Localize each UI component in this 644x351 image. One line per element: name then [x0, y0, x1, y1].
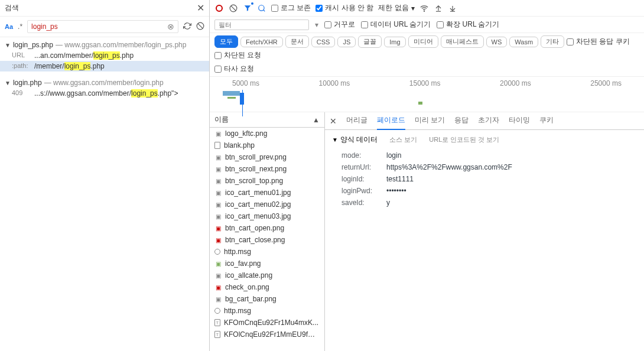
type-filter-button[interactable]: Fetch/XHR: [240, 37, 283, 47]
details-tab[interactable]: 페이로드: [377, 112, 405, 130]
close-details-icon[interactable]: ✕: [330, 116, 337, 126]
network-toolbar: 로그 보존 캐시 사용 안 함 제한 없음▾: [210, 0, 644, 17]
result-line[interactable]: :path:/member/login_ps.php: [0, 61, 209, 72]
details-tab[interactable]: 쿠키: [539, 112, 554, 130]
type-filter-button[interactable]: CSS: [311, 37, 336, 47]
type-filter-button[interactable]: JS: [337, 37, 356, 47]
file-item[interactable]: ▣btn_cart_close.png: [210, 234, 324, 246]
file-item[interactable]: ▣ico_allcate.png: [210, 269, 324, 281]
file-item[interactable]: ▣bg_cart_bar.png: [210, 293, 324, 305]
type-filter-button[interactable]: 매니페스트: [441, 35, 484, 48]
details-tab[interactable]: 미리 보기: [415, 112, 445, 130]
type-filter-button[interactable]: 글꼴: [358, 35, 382, 48]
third-party-checkbox[interactable]: 타사 요청: [214, 64, 254, 74]
view-encoded-link[interactable]: URL로 인코드된 것 보기: [429, 135, 499, 144]
timeline[interactable]: 5000 ms10000 ms15000 ms20000 ms25000 ms: [210, 77, 644, 112]
reverse-checkbox[interactable]: 거꾸로: [324, 20, 355, 30]
file-item[interactable]: TKFOlCnqEu92Fr1MmEU9fBB...: [210, 329, 324, 340]
filter-input[interactable]: [214, 20, 309, 30]
file-item[interactable]: ▣ico_fav.png: [210, 258, 324, 269]
filter-icon[interactable]: [243, 4, 252, 13]
result-group: ▼login_ps.php — www.ggsan.com/member/log…: [0, 40, 209, 72]
image-icon: ▣: [214, 165, 222, 173]
file-item[interactable]: blank.php: [210, 139, 324, 151]
refresh-icon[interactable]: [183, 22, 191, 32]
svg-point-4: [259, 5, 264, 10]
search-header: 검색 ✕: [0, 0, 209, 17]
content-area: 이름 ▲ ▣logo_kftc.pngblank.php▣btn_scroll_…: [210, 112, 644, 351]
file-items: ▣logo_kftc.pngblank.php▣btn_scroll_prev.…: [210, 128, 324, 351]
file-item[interactable]: http.msg: [210, 246, 324, 258]
expand-icon[interactable]: ▼: [5, 80, 11, 86]
result-line[interactable]: 409...s://www.ggsan.com/member/login_ps.…: [0, 88, 209, 99]
payload-row: saveId:y: [332, 197, 637, 209]
file-item[interactable]: ▣btn_scroll_next.png: [210, 163, 324, 175]
blocked-requests-checkbox[interactable]: 차단된 요청: [214, 50, 261, 60]
result-header[interactable]: ▼login_ps.php — www.ggsan.com/member/log…: [0, 40, 209, 50]
payload-row: loginId:test1111: [332, 173, 637, 185]
type-filter-button[interactable]: Img: [384, 37, 405, 47]
throttle-select[interactable]: 제한 없음▾: [378, 3, 414, 13]
details-tab[interactable]: 초기자: [478, 112, 499, 130]
file-item[interactable]: http.msg: [210, 305, 324, 317]
details-tab[interactable]: 머리글: [346, 112, 367, 130]
download-icon[interactable]: [448, 4, 457, 13]
type-filter-button[interactable]: 모두: [214, 35, 238, 48]
timeline-tick: 5000 ms: [232, 79, 259, 87]
image-icon: ▣: [214, 201, 222, 208]
file-item[interactable]: ▣btn_cart_open.png: [210, 222, 324, 234]
image-icon: ▣: [214, 284, 222, 291]
network-panel: 로그 보존 캐시 사용 안 함 제한 없음▾ ▾ 거꾸로 데이터 URL 숨기기…: [210, 0, 644, 351]
type-filter-button[interactable]: 미디어: [408, 35, 438, 48]
clear-icon[interactable]: [229, 4, 238, 13]
generic-icon: [214, 308, 220, 314]
file-item[interactable]: ▣ico_cart_menu03.jpg: [210, 210, 324, 222]
form-data-section[interactable]: ▼ 양식 데이터: [332, 135, 378, 145]
wifi-icon[interactable]: [419, 4, 429, 13]
details-panel: ✕ 머리글페이로드미리 보기응답초기자타이밍쿠키 ▼ 양식 데이터 소스 보기 …: [325, 112, 644, 351]
search-close-icon[interactable]: ✕: [197, 2, 204, 14]
details-tab[interactable]: 타이밍: [509, 112, 530, 130]
view-source-link[interactable]: 소스 보기: [389, 135, 417, 144]
hide-ext-url-checkbox[interactable]: 확장 URL 숨기기: [437, 20, 499, 30]
file-item[interactable]: ▣ico_cart_menu02.jpg: [210, 199, 324, 210]
regex-toggle[interactable]: .*: [18, 22, 22, 31]
svg-line-3: [231, 5, 236, 10]
type-filter-button[interactable]: 기타: [541, 35, 564, 48]
hide-data-url-checkbox[interactable]: 데이터 URL 숨기기: [361, 20, 431, 30]
clear-search-icon[interactable]: ⊗: [167, 22, 174, 31]
result-header[interactable]: ▼login.php — www.ggsan.com/member/login.…: [0, 77, 209, 88]
disable-cache-checkbox[interactable]: 캐시 사용 안 함: [316, 3, 373, 13]
blocked-response-cookies-checkbox[interactable]: 차단된 응답 쿠키: [567, 37, 630, 47]
upload-icon[interactable]: [434, 4, 443, 13]
file-item[interactable]: ▣check_on.png: [210, 281, 324, 293]
file-item[interactable]: ▣btn_scroll_top.png: [210, 175, 324, 187]
type-filter-button[interactable]: WS: [486, 37, 508, 47]
file-list-header[interactable]: 이름 ▲: [210, 112, 324, 128]
search-bar: Aa .* ⊗: [0, 17, 209, 37]
file-item[interactable]: TKFOmCnqEu92Fr1Mu4mxK...: [210, 317, 324, 329]
details-tab[interactable]: 응답: [454, 112, 469, 130]
result-group: ▼login.php — www.ggsan.com/member/login.…: [0, 77, 209, 99]
payload-header: ▼ 양식 데이터 소스 보기 URL로 인코드된 것 보기: [332, 135, 637, 145]
result-line[interactable]: URL...an.com/member/login_ps.php: [0, 50, 209, 61]
search-icon[interactable]: [257, 4, 266, 13]
file-item[interactable]: ▣ico_cart_menu01.jpg: [210, 187, 324, 199]
timeline-ticks: 5000 ms10000 ms15000 ms20000 ms25000 ms: [214, 79, 639, 87]
timeline-bar: [227, 97, 236, 99]
file-item[interactable]: ▣logo_kftc.png: [210, 128, 324, 139]
filter-dropdown-icon[interactable]: ▾: [315, 21, 318, 29]
type-filter-button[interactable]: 문서: [285, 35, 309, 48]
type-filter-button[interactable]: Wasm: [509, 37, 538, 47]
expand-icon[interactable]: ▼: [5, 42, 11, 48]
case-sensitive-toggle[interactable]: Aa: [5, 23, 13, 30]
details-tabs: ✕ 머리글페이로드미리 보기응답초기자타이밍쿠키: [325, 112, 644, 130]
record-button[interactable]: [214, 4, 224, 13]
cancel-search-icon[interactable]: [196, 22, 204, 32]
file-item[interactable]: ▣btn_scroll_prev.png: [210, 151, 324, 163]
search-input[interactable]: [31, 22, 167, 31]
preserve-log-checkbox[interactable]: 로그 보존: [271, 3, 311, 13]
timeline-cursor: [242, 90, 243, 116]
svg-line-5: [264, 9, 265, 11]
search-panel: 검색 ✕ Aa .* ⊗ ▼login_ps.php — www.ggsan.c…: [0, 0, 210, 351]
